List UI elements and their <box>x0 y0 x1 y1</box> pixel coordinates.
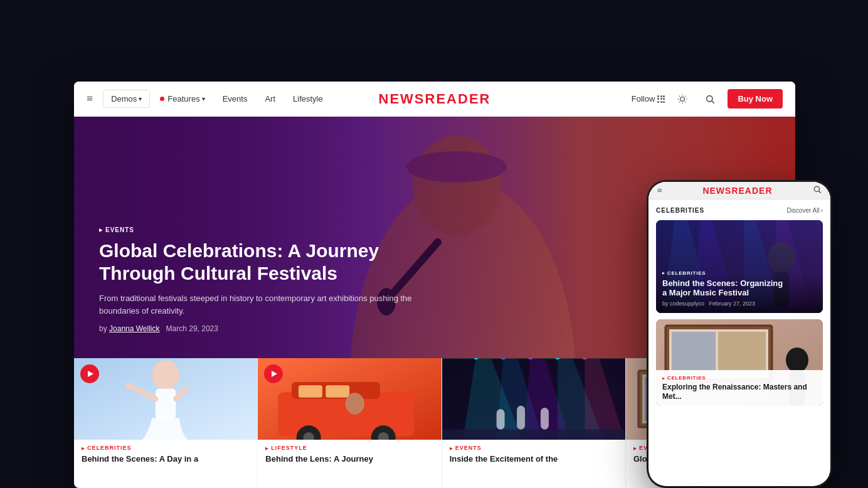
card-3-body: EVENTS Inside the Excitement of the <box>442 440 625 470</box>
phone-card-2-content: CELEBRITIES Exploring the Renaissance: M… <box>656 370 823 406</box>
phone-body: CELEBRITIES Discover All › <box>648 199 830 413</box>
svg-point-9 <box>707 95 712 101</box>
chevron-down-icon-features: ▾ <box>202 95 205 102</box>
card-1-body: CELEBRITIES Behind the Scenes: A Day in … <box>74 440 257 470</box>
phone-card-1-title: Behind the Scenes: Organizing a Major Mu… <box>662 278 788 298</box>
nav-item-events[interactable]: Events <box>215 90 255 107</box>
card-1-play-button[interactable] <box>80 364 99 383</box>
svg-point-19 <box>152 360 179 390</box>
hamburger-icon[interactable]: ≡ <box>87 92 93 105</box>
navigation: ≡ Demos ▾ Features ▾ Events Art <box>74 82 795 117</box>
nav-item-lifestyle[interactable]: Lifestyle <box>285 90 331 107</box>
hero-meta: by Joanna Wellick March 29, 2023 <box>99 324 413 333</box>
phone-card-1-author: codesupplyco <box>670 300 704 307</box>
phone-card-2-category: CELEBRITIES <box>662 375 817 381</box>
nav-item-demos[interactable]: Demos ▾ <box>103 90 150 108</box>
phone-header: ≡ NEWSREADER <box>648 182 830 199</box>
svg-point-28 <box>346 393 364 415</box>
nav-menu: Demos ▾ Features ▾ Events Art Lifestyle <box>103 90 632 108</box>
mobile-phone-overlay: ≡ NEWSREADER CELEBRITIES Discover All › <box>648 182 830 486</box>
card-2: LIFESTYLE Behind the Lens: A Journey <box>258 358 442 488</box>
card-3: EVENTS Inside the Excitement of the <box>442 358 626 488</box>
phone-card-2-title: Exploring the Renaissance: Masters and M… <box>662 383 817 401</box>
hero-description: From traditional festivals steeped in hi… <box>99 292 413 317</box>
svg-line-58 <box>819 191 821 193</box>
theme-toggle-icon[interactable] <box>672 89 692 109</box>
search-icon[interactable] <box>700 89 720 109</box>
card-1-title[interactable]: Behind the Scenes: A Day in a <box>82 454 250 465</box>
card-2-body: LIFESTYLE Behind the Lens: A Journey <box>258 440 441 470</box>
svg-rect-43 <box>442 358 625 359</box>
card-1-category: CELEBRITIES <box>82 445 250 451</box>
phone-logo[interactable]: NEWSREADER <box>702 186 772 196</box>
phone-card-1-content: CELEBRITIES Behind the Scenes: Organizin… <box>662 270 788 307</box>
card-2-image <box>258 358 441 440</box>
svg-line-4 <box>685 102 686 102</box>
hero-content: EVENTS Global Celebrations: A Journey Th… <box>99 226 413 333</box>
phone-card-1[interactable]: CELEBRITIES Behind the Scenes: Organizin… <box>656 220 823 313</box>
nav-right-section: Follow Buy Now <box>632 89 783 109</box>
logo-text: NEWSREADER <box>379 91 491 107</box>
svg-point-0 <box>680 97 685 101</box>
grid-icon <box>657 95 665 103</box>
nav-demos-label: Demos <box>111 94 137 103</box>
phone-hamburger-icon[interactable]: ≡ <box>657 186 662 196</box>
hero-date-value: March 29, 2023 <box>166 324 218 333</box>
svg-rect-27 <box>326 385 350 397</box>
hero-date <box>162 324 166 333</box>
svg-line-10 <box>712 101 714 103</box>
phone-section-header: CELEBRITIES Discover All › <box>656 207 823 214</box>
card-1-image <box>74 358 257 440</box>
svg-point-72 <box>786 347 808 373</box>
nav-lifestyle-label: Lifestyle <box>293 94 323 103</box>
svg-point-57 <box>814 186 819 191</box>
card-1: CELEBRITIES Behind the Scenes: A Day in … <box>74 358 258 488</box>
phone-discover-all-link[interactable]: Discover All › <box>786 207 823 214</box>
hero-title: Global Celebrations: A Journey Through C… <box>99 240 413 285</box>
outer-background: ≡ Demos ▾ Features ▾ Events Art <box>0 0 868 488</box>
follow-button[interactable]: Follow <box>632 94 665 103</box>
svg-line-3 <box>679 95 680 96</box>
nav-art-label: Art <box>265 94 275 103</box>
card-3-image <box>442 358 625 440</box>
hero-author-link[interactable]: Joanna Wellick <box>109 324 159 333</box>
hero-category-label: EVENTS <box>99 226 413 233</box>
nav-events-label: Events <box>223 94 248 103</box>
nav-item-art[interactable]: Art <box>257 90 283 107</box>
nav-item-features[interactable]: Features ▾ <box>152 90 212 107</box>
card-3-category: EVENTS <box>450 445 618 451</box>
buy-now-button[interactable]: Buy Now <box>728 89 783 109</box>
phone-card-2[interactable]: CELEBRITIES Exploring the Renaissance: M… <box>656 319 823 406</box>
card-2-category: LIFESTYLE <box>265 445 433 451</box>
svg-rect-70 <box>672 332 716 376</box>
svg-rect-20 <box>156 389 176 420</box>
hero-author-prefix: by <box>99 324 107 333</box>
phone-discover-all-label: Discover All <box>786 207 819 214</box>
phone-card-1-meta: by codesupplyco February 27, 2023 <box>662 300 788 307</box>
phone-section-title: CELEBRITIES <box>656 207 704 214</box>
phone-card-1-category: CELEBRITIES <box>662 270 788 276</box>
svg-rect-71 <box>718 332 766 376</box>
nav-features-label: Features <box>167 94 199 103</box>
chevron-right-icon: › <box>821 207 823 214</box>
card-3-title[interactable]: Inside the Excitement of the <box>450 454 618 465</box>
svg-line-8 <box>685 95 686 96</box>
svg-rect-41 <box>517 406 525 430</box>
svg-rect-40 <box>496 409 504 429</box>
phone-card-1-date: February 27, 2023 <box>709 300 756 307</box>
card-2-title[interactable]: Behind the Lens: A Journey <box>265 454 433 465</box>
svg-line-7 <box>679 102 680 102</box>
svg-rect-26 <box>299 385 322 397</box>
chevron-down-icon: ▾ <box>139 95 142 102</box>
svg-rect-39 <box>442 430 625 440</box>
features-red-dot <box>160 97 164 101</box>
phone-search-icon[interactable] <box>813 185 822 196</box>
site-logo[interactable]: NEWSREADER <box>379 91 491 107</box>
svg-rect-42 <box>541 408 549 430</box>
follow-label: Follow <box>632 94 655 103</box>
